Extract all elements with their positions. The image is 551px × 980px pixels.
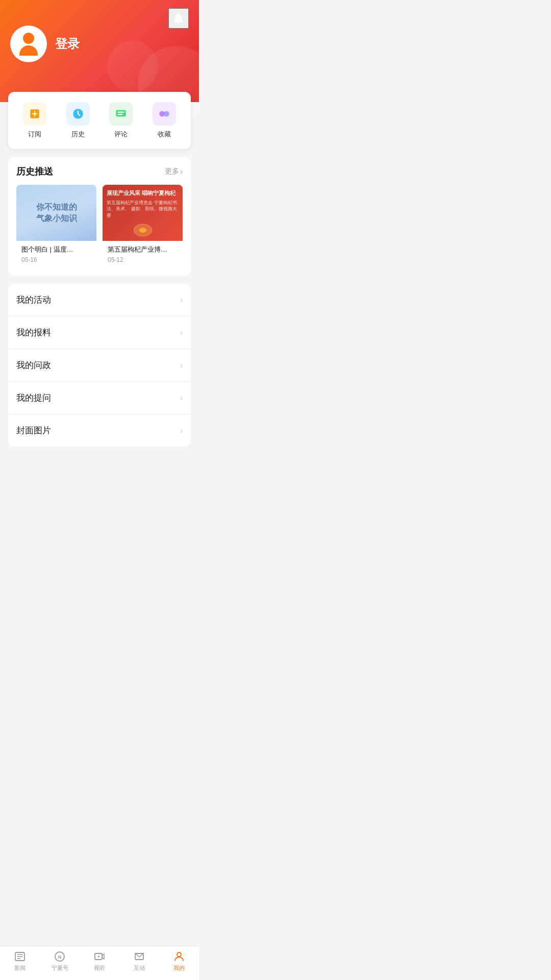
cover-image-item[interactable]: 封面图片 ›: [8, 414, 191, 447]
news-date-2: 05-12: [108, 256, 178, 263]
bell-button[interactable]: [168, 8, 189, 29]
chevron-icon-cover: ›: [180, 426, 183, 435]
my-activity-label: 我的活动: [16, 294, 51, 306]
news-date-1: 05-16: [21, 256, 91, 263]
news-title-2: 第五届枸杞产业博…: [108, 245, 178, 254]
comment-label: 评论: [114, 130, 128, 139]
my-question-label: 我的提问: [16, 392, 51, 404]
header: 登录: [0, 0, 199, 102]
avatar: [10, 26, 47, 62]
history-icon: [66, 102, 90, 126]
chevron-icon-qgov: ›: [180, 361, 183, 370]
emblem-icon: [133, 223, 153, 238]
svg-point-8: [164, 111, 169, 117]
my-question-gov-item[interactable]: 我的问政 ›: [8, 349, 191, 382]
my-activity-item[interactable]: 我的活动 ›: [8, 284, 191, 316]
cover-image-label: 封面图片: [16, 425, 51, 436]
chevron-icon-report: ›: [180, 328, 183, 337]
history-section: 历史推送 更多 › 你不知道的 气象小知识 图个明白 | 温度… 05-16: [8, 157, 191, 276]
history-label: 历史: [71, 130, 85, 139]
subscribe-label: 订阅: [28, 130, 41, 139]
comment-icon: [109, 102, 133, 126]
chevron-right-icon: ›: [180, 167, 183, 176]
my-report-label: 我的报料: [16, 327, 51, 338]
news-thumb-1: 你不知道的 气象小知识: [16, 185, 96, 241]
subscribe-icon: [23, 102, 46, 126]
bell-icon: [172, 12, 185, 25]
news-grid: 你不知道的 气象小知识 图个明白 | 温度… 05-16 展现产业风采 唱响宁夏…: [16, 185, 183, 267]
my-question-item[interactable]: 我的提问 ›: [8, 382, 191, 414]
history-item[interactable]: 历史: [57, 102, 100, 139]
svg-rect-4: [116, 110, 127, 116]
my-question-gov-label: 我的问政: [16, 359, 51, 371]
section-title: 历史推送: [16, 165, 53, 178]
menu-list: 我的活动 › 我的报料 › 我的问政 › 我的提问 › 封面图片 ›: [8, 284, 191, 447]
collect-icon: [153, 102, 176, 126]
chevron-icon-question: ›: [180, 394, 183, 403]
login-button[interactable]: 登录: [55, 36, 80, 52]
collect-label: 收藏: [158, 130, 171, 139]
chevron-icon-activity: ›: [180, 296, 183, 305]
news-title-1: 图个明白 | 温度…: [21, 245, 91, 254]
my-report-item[interactable]: 我的报料 ›: [8, 316, 191, 349]
quick-actions-card: 订阅 历史 评论: [8, 92, 191, 149]
collect-item[interactable]: 收藏: [143, 102, 186, 139]
comment-item[interactable]: 评论: [99, 102, 143, 139]
news-thumb-2: 展现产业风采 唱响宁夏枸杞 第五届枸杞产业博览会 宁夏枸杞书法、美术、 摄影、剪…: [103, 185, 183, 241]
news-item-1[interactable]: 你不知道的 气象小知识 图个明白 | 温度… 05-16: [16, 185, 96, 267]
section-header: 历史推送 更多 ›: [16, 165, 183, 178]
more-button[interactable]: 更多 ›: [165, 167, 183, 176]
news-item-2[interactable]: 展现产业风采 唱响宁夏枸杞 第五届枸杞产业博览会 宁夏枸杞书法、美术、 摄影、剪…: [103, 185, 183, 267]
subscribe-item[interactable]: 订阅: [13, 102, 57, 139]
